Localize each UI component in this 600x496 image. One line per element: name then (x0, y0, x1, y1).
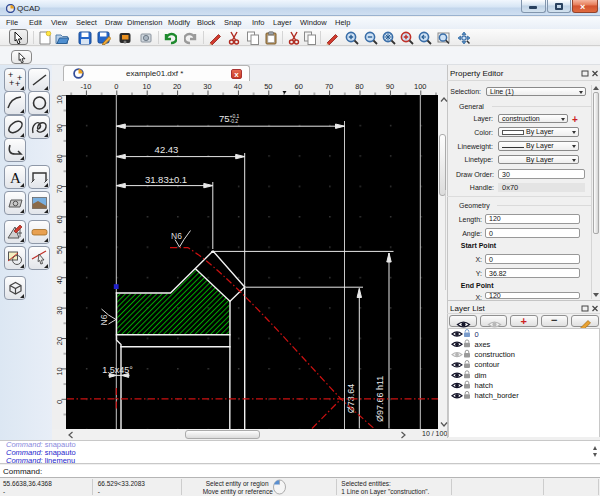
svg-text:40: 40 (234, 82, 242, 91)
svg-text:1.5x45°: 1.5x45° (102, 365, 133, 375)
svg-text:10: 10 (55, 367, 64, 375)
svg-text:31.83±0.1: 31.83±0.1 (145, 174, 187, 185)
svg-text:80: 80 (355, 82, 363, 91)
svg-text:10: 10 (143, 82, 151, 91)
svg-text:42.43: 42.43 (155, 144, 179, 155)
svg-text:20: 20 (173, 82, 181, 91)
svg-text:60: 60 (295, 82, 303, 91)
svg-text:90: 90 (55, 124, 64, 132)
svg-text:0: 0 (114, 82, 118, 91)
svg-text:30: 30 (55, 306, 64, 314)
svg-text:+: + (9, 78, 14, 88)
svg-text:70: 70 (325, 82, 333, 91)
svg-text:-0.2: -0.2 (230, 118, 239, 124)
svg-text:N6: N6 (171, 231, 182, 241)
svg-text:-10: -10 (81, 82, 92, 91)
svg-text:30: 30 (203, 82, 211, 91)
svg-text:100: 100 (414, 82, 427, 91)
svg-text:90: 90 (386, 82, 394, 91)
svg-text:80: 80 (55, 154, 64, 162)
svg-text:50: 50 (55, 246, 64, 254)
svg-text:0: 0 (55, 400, 64, 404)
svg-text:60: 60 (55, 215, 64, 223)
svg-text:40: 40 (55, 276, 64, 284)
svg-text:20: 20 (55, 337, 64, 345)
svg-text:N6: N6 (99, 314, 109, 325)
svg-text:50: 50 (264, 82, 272, 91)
svg-text:70: 70 (55, 185, 64, 193)
svg-text:75: 75 (219, 113, 230, 124)
svg-text:100: 100 (55, 95, 64, 104)
